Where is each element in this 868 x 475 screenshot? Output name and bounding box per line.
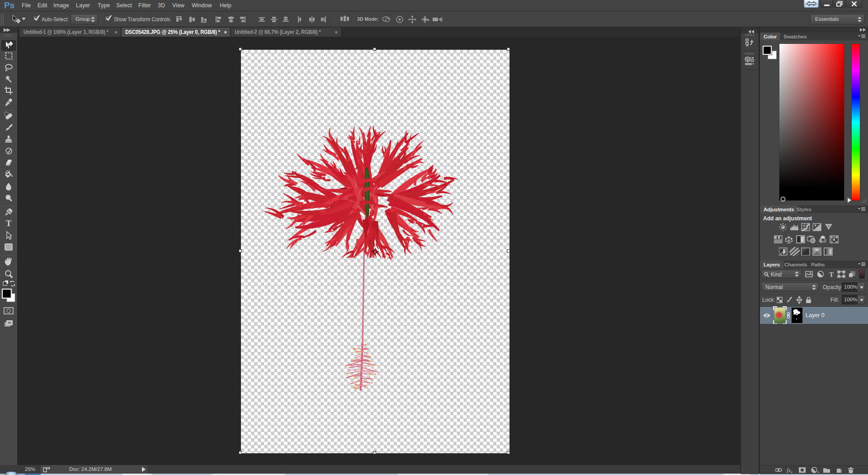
svg-text:T: T: [6, 219, 12, 228]
svg-text:fx: fx: [787, 467, 791, 473]
svg-text:T: T: [829, 271, 834, 278]
